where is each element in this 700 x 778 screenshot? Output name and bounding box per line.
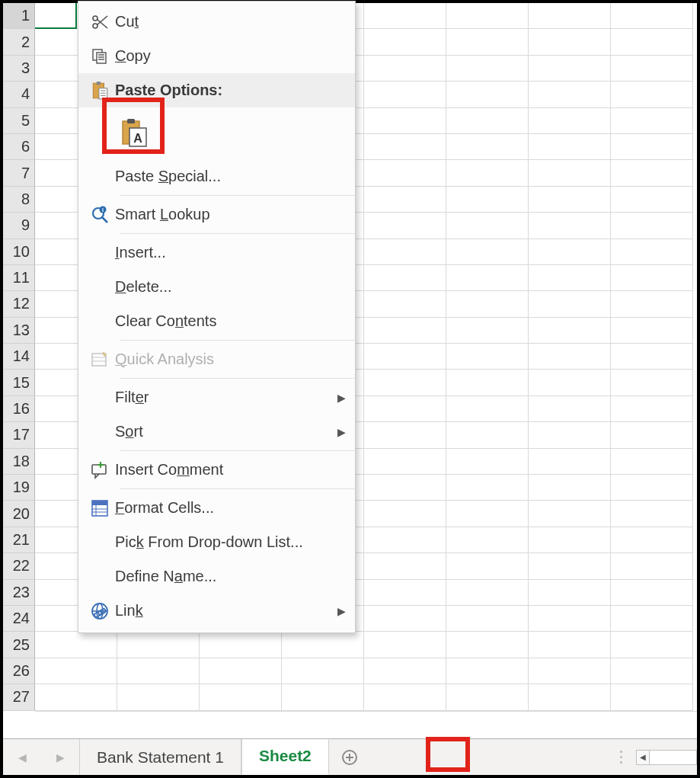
- cell[interactable]: [611, 108, 693, 134]
- cell[interactable]: [282, 632, 364, 658]
- cell[interactable]: [364, 56, 446, 82]
- cell[interactable]: [364, 449, 446, 475]
- cell[interactable]: [611, 684, 693, 710]
- cell[interactable]: [611, 580, 693, 606]
- cell[interactable]: [364, 422, 446, 448]
- tab-overflow-menu[interactable]: [606, 739, 636, 775]
- row-header[interactable]: 17: [3, 422, 35, 448]
- cell[interactable]: [611, 344, 693, 370]
- cell[interactable]: [364, 527, 446, 553]
- cell[interactable]: [200, 632, 282, 658]
- cell[interactable]: [529, 82, 611, 107]
- selected-cell[interactable]: [35, 3, 77, 29]
- row-header[interactable]: 21: [3, 527, 35, 553]
- row-header[interactable]: 7: [3, 160, 35, 186]
- menu-insert-comment[interactable]: Insert Comment: [78, 453, 355, 487]
- cell[interactable]: [200, 658, 282, 684]
- cell[interactable]: [529, 213, 611, 239]
- cell[interactable]: [529, 3, 611, 29]
- cell[interactable]: [446, 422, 529, 448]
- cell[interactable]: [611, 527, 693, 553]
- cell[interactable]: [611, 658, 693, 684]
- cell[interactable]: [529, 108, 611, 134]
- cell[interactable]: [529, 422, 611, 448]
- cell[interactable]: [611, 396, 693, 422]
- row-header[interactable]: 8: [3, 187, 35, 213]
- cell[interactable]: [446, 684, 529, 710]
- menu-sort[interactable]: Sort ▶: [78, 415, 355, 449]
- cell[interactable]: [446, 291, 529, 317]
- cell[interactable]: [364, 134, 446, 160]
- menu-cut[interactable]: Cut: [78, 5, 355, 39]
- row-header[interactable]: 27: [3, 684, 35, 710]
- cell[interactable]: [611, 422, 693, 448]
- cell[interactable]: [611, 3, 693, 29]
- cell[interactable]: [529, 56, 611, 82]
- row-header[interactable]: 10: [3, 239, 35, 265]
- cell[interactable]: [529, 606, 611, 632]
- cell[interactable]: [611, 134, 693, 160]
- row-header[interactable]: 5: [3, 108, 35, 134]
- cell[interactable]: [200, 684, 282, 710]
- cell[interactable]: [529, 187, 611, 213]
- cell[interactable]: [611, 239, 693, 265]
- row-header[interactable]: 24: [3, 606, 35, 632]
- cell[interactable]: [529, 658, 611, 684]
- cell[interactable]: [117, 632, 200, 658]
- row-header[interactable]: 20: [3, 501, 35, 527]
- cell[interactable]: [446, 187, 529, 213]
- row-header[interactable]: 14: [3, 344, 35, 370]
- cell[interactable]: [364, 396, 446, 422]
- cell[interactable]: [446, 396, 529, 422]
- cell[interactable]: [446, 553, 529, 579]
- cell[interactable]: [35, 684, 117, 710]
- cell[interactable]: [364, 82, 446, 107]
- cell[interactable]: [364, 29, 446, 55]
- row-header[interactable]: 25: [3, 632, 35, 658]
- cell[interactable]: [611, 475, 693, 501]
- row-header[interactable]: 18: [3, 449, 35, 475]
- menu-define-name[interactable]: Define Name...: [78, 559, 355, 594]
- cell[interactable]: [529, 527, 611, 553]
- cell[interactable]: [529, 580, 611, 606]
- cell[interactable]: [364, 553, 446, 579]
- cell[interactable]: [529, 449, 611, 475]
- row-header[interactable]: 13: [3, 318, 35, 344]
- cell[interactable]: [446, 501, 529, 527]
- cell[interactable]: [529, 632, 611, 658]
- cell[interactable]: [364, 606, 446, 632]
- menu-link[interactable]: Link ▶: [78, 594, 355, 628]
- cell[interactable]: [364, 239, 446, 265]
- cell[interactable]: [529, 318, 611, 344]
- cell[interactable]: [611, 265, 693, 291]
- horizontal-scrollbar[interactable]: ◀: [636, 739, 697, 775]
- cell[interactable]: [611, 449, 693, 475]
- cell[interactable]: [529, 501, 611, 527]
- cell[interactable]: [446, 108, 529, 134]
- cell[interactable]: [446, 370, 529, 395]
- cell[interactable]: [446, 449, 529, 475]
- menu-filter[interactable]: Filter ▶: [78, 380, 355, 415]
- cell[interactable]: [611, 56, 693, 82]
- cell[interactable]: [364, 187, 446, 213]
- cell[interactable]: [364, 265, 446, 291]
- cell[interactable]: [117, 684, 200, 710]
- cell[interactable]: [282, 658, 364, 684]
- cell[interactable]: [364, 213, 446, 239]
- cell[interactable]: [611, 213, 693, 239]
- cell[interactable]: [117, 658, 200, 684]
- row-header[interactable]: 16: [3, 396, 35, 422]
- cell[interactable]: [446, 56, 529, 82]
- row-header[interactable]: 6: [3, 134, 35, 160]
- cell[interactable]: [529, 553, 611, 579]
- cell[interactable]: [529, 396, 611, 422]
- sheet-tab-bank-statement-1[interactable]: Bank Statement 1: [79, 739, 241, 775]
- row-header[interactable]: 2: [3, 29, 35, 55]
- cell[interactable]: [364, 318, 446, 344]
- cell[interactable]: [364, 160, 446, 186]
- row-header[interactable]: 19: [3, 475, 35, 501]
- cell[interactable]: [446, 318, 529, 344]
- cell[interactable]: [611, 632, 693, 658]
- cell[interactable]: [529, 239, 611, 265]
- cell[interactable]: [529, 265, 611, 291]
